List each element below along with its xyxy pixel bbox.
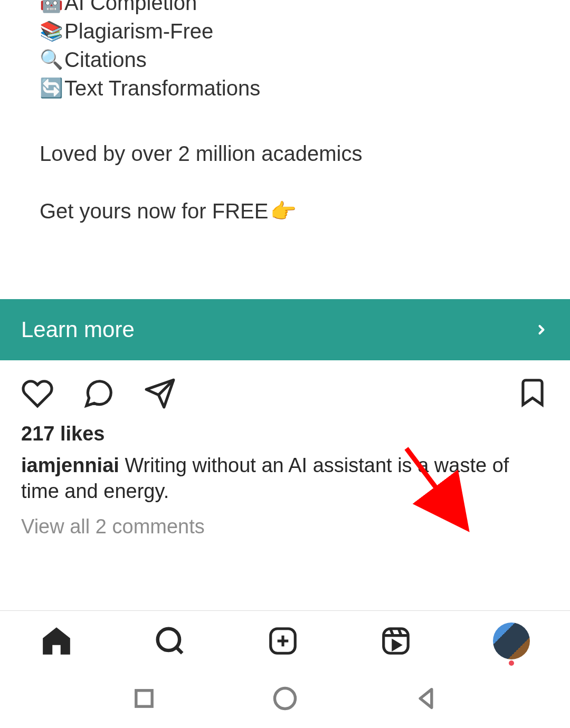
home-system-icon[interactable] xyxy=(271,685,299,712)
svg-marker-14 xyxy=(420,689,432,708)
view-comments-link[interactable]: View all 2 comments xyxy=(21,515,549,538)
reels-icon[interactable] xyxy=(379,625,412,657)
svg-point-13 xyxy=(274,688,295,709)
cta-button-label: Learn more xyxy=(21,317,135,342)
back-icon[interactable] xyxy=(412,685,440,712)
comment-icon[interactable] xyxy=(82,377,115,410)
action-left-group xyxy=(21,377,176,410)
cta-text: Get yours now for FREE 👉 xyxy=(40,197,530,225)
svg-line-3 xyxy=(176,647,182,653)
post-content-area: 🤖 AI Completion 📚 Plagiarism-Free 🔍 Cita… xyxy=(0,0,570,225)
tagline-text: Loved by over 2 million academics xyxy=(40,139,530,168)
post-meta: 217 likes iamjenniai Writing without an … xyxy=(0,423,570,538)
bottom-navigation xyxy=(0,610,570,671)
svg-rect-7 xyxy=(384,629,408,654)
feature-item: 🤖 AI Completion xyxy=(40,0,530,17)
learn-more-button[interactable]: Learn more xyxy=(0,299,570,360)
create-icon[interactable] xyxy=(267,625,299,657)
feature-label: Text Transformations xyxy=(64,74,260,102)
profile-tab[interactable] xyxy=(493,622,530,659)
share-icon[interactable] xyxy=(144,377,176,410)
pointing-hand-icon: 👉 xyxy=(270,197,297,225)
chevron-right-icon xyxy=(534,322,549,337)
post-action-bar xyxy=(0,360,570,423)
home-icon[interactable] xyxy=(40,625,73,657)
likes-count[interactable]: 217 likes xyxy=(21,423,549,445)
feature-item: 📚 Plagiarism-Free xyxy=(40,17,530,45)
feature-list: 🤖 AI Completion 📚 Plagiarism-Free 🔍 Cita… xyxy=(40,0,530,102)
search-icon[interactable] xyxy=(154,625,186,657)
magnifier-icon: 🔍 xyxy=(40,47,63,73)
notification-dot-icon xyxy=(509,660,514,666)
like-icon[interactable] xyxy=(21,377,54,410)
system-navigation xyxy=(0,672,570,725)
books-icon: 📚 xyxy=(40,18,63,44)
action-right-group xyxy=(516,376,549,411)
post-caption: iamjenniai Writing without an AI assista… xyxy=(21,453,549,505)
feature-item: 🔄 Text Transformations xyxy=(40,74,530,102)
cta-label: Get yours now for FREE xyxy=(40,197,268,225)
recent-apps-icon[interactable] xyxy=(130,685,158,712)
refresh-icon: 🔄 xyxy=(40,75,63,101)
feature-label: Citations xyxy=(64,45,147,74)
svg-marker-11 xyxy=(393,641,400,649)
feature-item: 🔍 Citations xyxy=(40,45,530,74)
svg-point-2 xyxy=(157,629,179,650)
feature-label: Plagiarism-Free xyxy=(64,17,213,45)
feature-label: AI Completion xyxy=(64,0,197,17)
svg-rect-12 xyxy=(136,691,152,706)
robot-icon: 🤖 xyxy=(40,0,63,15)
caption-username[interactable]: iamjenniai xyxy=(21,454,119,476)
bookmark-icon[interactable] xyxy=(516,376,549,409)
